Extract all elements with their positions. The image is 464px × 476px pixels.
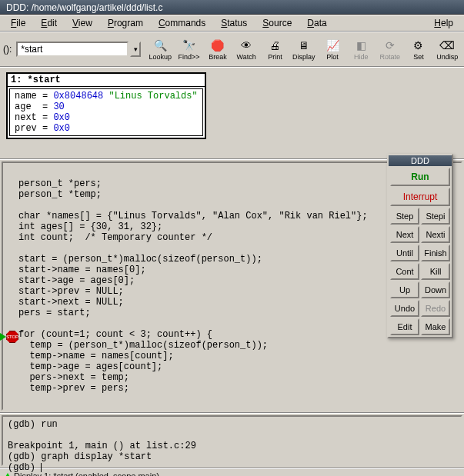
edit-button[interactable]: Edit (390, 318, 419, 335)
breakpoint-stop-icon: STOP (6, 331, 18, 343)
argument-dropdown[interactable]: ▾ (130, 42, 141, 57)
display-box-1[interactable]: 1: *start name = 0x8048648 "Linus Torval… (6, 72, 206, 139)
undo-button[interactable]: Undo (390, 300, 419, 317)
menubar: File Edit View Program Commands Status S… (0, 15, 464, 32)
run-button[interactable]: Run (390, 168, 450, 186)
chart-icon: 📈 (325, 38, 340, 52)
menu-status[interactable]: Status (213, 16, 255, 30)
command-panel-title[interactable]: DDD (389, 155, 452, 166)
display-field: name = 0x8048648 "Linus Torvalds" (15, 91, 198, 102)
menu-view[interactable]: View (65, 16, 100, 30)
display-field: prev = 0x0 (15, 123, 198, 134)
current-line-arrow-icon (0, 333, 6, 341)
menu-data[interactable]: Data (299, 16, 334, 30)
text-cursor (41, 463, 42, 472)
undisp-button[interactable]: ⌫Undisp (434, 35, 461, 64)
interrupt-button[interactable]: Interrupt (390, 188, 450, 206)
step-button[interactable]: Step (390, 208, 419, 225)
arg-label: (): (3, 44, 12, 55)
magnifier-icon: 🔍 (152, 38, 168, 52)
display-field: age = 30 (15, 102, 198, 112)
watch-button[interactable]: 👁Watch (233, 35, 260, 64)
binoculars-icon: 🔭 (182, 38, 197, 52)
eye-icon: 👁 (239, 38, 254, 52)
redo-button[interactable]: Redo (421, 300, 450, 317)
menu-edit[interactable]: Edit (33, 16, 65, 30)
window-titlebar[interactable]: DDD: /home/wolfgang/artikel/ddd/list.c (0, 0, 464, 15)
down-button[interactable]: Down (421, 281, 450, 298)
hide-icon: ◧ (353, 38, 369, 52)
nexti-button[interactable]: Nexti (421, 226, 450, 243)
rotate-button[interactable]: ⟳Rotate (376, 35, 403, 64)
data-display-pane[interactable]: 1: *start name = 0x8048648 "Linus Torval… (0, 67, 464, 159)
status-led-icon (5, 473, 11, 476)
window-title: DDD: /home/wolfgang/artikel/ddd/list.c (6, 2, 162, 13)
display-box-body: name = 0x8048648 "Linus Torvalds"age = 3… (9, 88, 203, 136)
make-button[interactable]: Make (421, 318, 450, 335)
kill-button[interactable]: Kill (421, 263, 450, 280)
print-button[interactable]: 🖨Print (262, 35, 289, 64)
finish-button[interactable]: Finish (421, 245, 450, 261)
statusbar: Display 1: *start (enabled, scope main) (0, 468, 464, 476)
hide-button[interactable]: ◧Hide (348, 35, 375, 64)
cont-button[interactable]: Cont (390, 263, 419, 280)
display-field: next = 0x0 (15, 112, 198, 123)
menu-help[interactable]: Help (426, 16, 461, 30)
toolbar: (): ▾ 🔍Lookup 🔭Find>> 🛑Break 👁Watch 🖨Pri… (0, 32, 464, 67)
lookup-button[interactable]: 🔍Lookup (147, 35, 174, 64)
break-button[interactable]: 🛑Break (204, 35, 231, 64)
display-button[interactable]: 🖥Display (290, 35, 317, 64)
printer-icon: 🖨 (267, 38, 282, 52)
set-button[interactable]: ⚙Set (405, 35, 432, 64)
menu-commands[interactable]: Commands (151, 16, 213, 30)
command-tool-panel[interactable]: DDD Run Interrupt StepStepiNextNextiUnti… (387, 154, 453, 338)
next-button[interactable]: Next (390, 226, 419, 243)
argument-input[interactable] (16, 42, 129, 57)
until-button[interactable]: Until (390, 245, 419, 261)
gdb-console-pane: (gdb) run Breakpoint 1, main () at list.… (0, 413, 464, 468)
gear-icon: ⚙ (411, 38, 426, 52)
menu-source[interactable]: Source (255, 16, 299, 30)
monitor-icon: 🖥 (296, 38, 312, 52)
undisplay-icon: ⌫ (439, 38, 455, 52)
find-button[interactable]: 🔭Find>> (175, 35, 202, 64)
stop-icon: 🛑 (210, 38, 225, 52)
up-button[interactable]: Up (390, 281, 419, 298)
display-box-title: 1: *start (8, 74, 205, 87)
plot-button[interactable]: 📈Plot (319, 35, 345, 64)
gdb-console[interactable]: (gdb) run Breakpoint 1, main () at list.… (2, 415, 462, 466)
breakpoint-marker[interactable]: STOP (0, 331, 18, 343)
stepi-button[interactable]: Stepi (421, 208, 450, 225)
menu-program[interactable]: Program (100, 16, 151, 30)
rotate-icon: ⟳ (382, 38, 398, 52)
menu-file[interactable]: File (3, 16, 33, 30)
